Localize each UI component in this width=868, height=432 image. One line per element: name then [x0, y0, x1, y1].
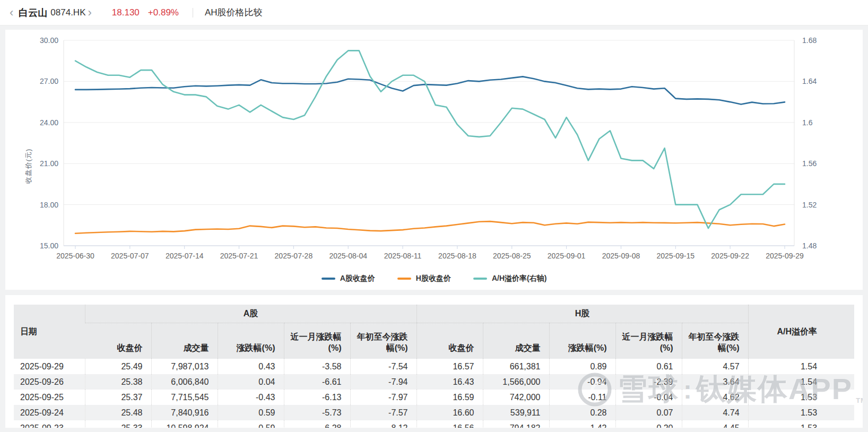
value-cell: -0.43 [218, 390, 284, 405]
value-cell: 7,715,545 [151, 390, 218, 405]
value-cell: 16.60 [416, 405, 483, 420]
value-cell: 16.59 [416, 390, 483, 405]
premium-line-swatch [473, 278, 487, 280]
svg-text:2025-09-29: 2025-09-29 [766, 252, 804, 260]
date-cell: 2025-09-25 [14, 390, 85, 405]
value-cell: 25.49 [85, 359, 151, 374]
premium-cell: 1.54 [748, 374, 854, 390]
svg-text:2025-09-01: 2025-09-01 [548, 252, 586, 260]
value-cell: 0.59 [218, 405, 284, 420]
value-cell: 6,006,840 [151, 374, 218, 390]
value-cell: -7.94 [350, 374, 416, 390]
forward-chevron-icon[interactable]: › [86, 7, 94, 19]
value-cell: 742,000 [483, 390, 549, 405]
value-cell: 4.62 [682, 390, 748, 405]
svg-text:27.00: 27.00 [40, 77, 58, 85]
stock-code: 0874.HK [50, 7, 85, 18]
column-header-a-ytd-change: 年初至今涨跌幅(%) [350, 323, 416, 359]
value-cell: 16.56 [416, 420, 483, 428]
value-cell: -0.04 [615, 390, 682, 405]
ah-compare-table-panel: 日期 A股 H股 A/H溢价率 收盘价 成交量 涨跌幅(%) 近一月涨跌幅(%)… [5, 295, 863, 428]
value-cell: -6.13 [284, 390, 350, 405]
premium-cell: 1.53 [748, 390, 854, 405]
svg-text:2025-08-11: 2025-08-11 [384, 252, 422, 260]
value-cell: 661,381 [483, 359, 549, 374]
divider [193, 8, 193, 18]
column-header-h-change: 涨跌幅(%) [549, 323, 615, 359]
svg-text:2025-07-14: 2025-07-14 [166, 252, 204, 260]
date-cell: 2025-09-24 [14, 405, 85, 420]
svg-text:2025-06-30: 2025-06-30 [56, 252, 94, 260]
value-cell: -6.61 [284, 374, 350, 390]
svg-text:1.6: 1.6 [802, 118, 813, 127]
value-cell: -1.42 [549, 420, 615, 428]
value-cell: 0.28 [549, 405, 615, 420]
svg-text:2025-07-07: 2025-07-07 [111, 252, 149, 260]
svg-text:18.00: 18.00 [40, 201, 58, 209]
value-cell: -0.20 [615, 420, 682, 428]
svg-text:2025-07-21: 2025-07-21 [220, 252, 258, 260]
date-cell: 2025-09-29 [14, 359, 85, 374]
value-cell: 1,566,000 [483, 374, 549, 390]
svg-text:2025-08-04: 2025-08-04 [329, 252, 367, 260]
svg-text:2025-08-25: 2025-08-25 [493, 252, 531, 260]
chart-legend: A股收盘价 H股收盘价 A/H溢价率(右轴) [5, 274, 863, 283]
value-cell: 16.43 [416, 374, 483, 390]
value-cell: 4.74 [682, 405, 748, 420]
premium-cell: 1.54 [748, 359, 854, 374]
column-header-a-volume: 成交量 [151, 323, 218, 359]
value-cell: 16.57 [416, 359, 483, 374]
value-cell: 4.57 [682, 359, 748, 374]
value-cell: -2.39 [615, 374, 682, 390]
value-cell: 0.89 [549, 359, 615, 374]
table-row: 2025-09-2325.3310,598,924-0.59-6.28-8.12… [14, 420, 854, 428]
value-cell: -5.73 [284, 405, 350, 420]
table-row: 2025-09-2925.497,987,0130.43-3.58-7.5416… [14, 359, 854, 374]
ah-price-chart-panel: 收盘价(元) 30.001.6827.001.6424.001.621.001.… [5, 30, 863, 290]
legend-item-h-share[interactable]: H股收盘价 [397, 274, 451, 283]
price-comparison-chart[interactable]: 30.001.6827.001.6424.001.621.001.5618.00… [5, 30, 863, 265]
value-cell: -7.97 [350, 390, 416, 405]
legend-item-a-share[interactable]: A股收盘价 [322, 274, 375, 283]
svg-text:15.00: 15.00 [40, 241, 58, 250]
column-header-date: 日期 [14, 305, 85, 359]
legend-item-premium[interactable]: A/H溢价率(右轴) [473, 274, 546, 283]
value-cell: 0.07 [615, 405, 682, 420]
value-cell: -0.11 [549, 390, 615, 405]
value-cell: 0.04 [218, 374, 284, 390]
svg-text:24.00: 24.00 [40, 118, 58, 127]
column-header-h-volume: 成交量 [483, 323, 549, 359]
value-cell: -0.59 [218, 420, 284, 428]
column-header-premium: A/H溢价率 [748, 305, 854, 359]
stock-name: 白云山 [19, 6, 47, 19]
column-header-a-month-change: 近一月涨跌幅(%) [284, 323, 350, 359]
value-cell: -3.58 [284, 359, 350, 374]
svg-text:1.68: 1.68 [802, 36, 817, 45]
premium-cell: 1.53 [748, 420, 854, 428]
value-cell: 7,840,916 [151, 405, 218, 420]
value-cell: 539,911 [483, 405, 549, 420]
svg-text:1.52: 1.52 [802, 201, 817, 209]
stock-change-percent: +0.89% [148, 7, 179, 18]
back-chevron-icon[interactable]: ‹ [7, 7, 15, 19]
title-bar: ‹ 白云山 0874.HK › 18.130 +0.89% AH股价格比较 [0, 0, 868, 25]
value-cell: -6.28 [284, 420, 350, 428]
svg-text:2025-07-28: 2025-07-28 [275, 252, 313, 260]
column-header-h-close: 收盘价 [416, 323, 483, 359]
ah-compare-table: 日期 A股 H股 A/H溢价率 收盘价 成交量 涨跌幅(%) 近一月涨跌幅(%)… [14, 305, 854, 428]
value-cell: 4.45 [682, 420, 748, 428]
column-header-h-month-change: 近一月涨跌幅(%) [615, 323, 682, 359]
svg-text:1.64: 1.64 [802, 77, 817, 85]
column-header-h-ytd-change: 年初至今涨跌幅(%) [682, 323, 748, 359]
group-header-a-share: A股 [85, 305, 416, 323]
premium-cell: 1.53 [748, 405, 854, 420]
value-cell: 7,987,013 [151, 359, 218, 374]
svg-text:30.00: 30.00 [40, 36, 58, 45]
svg-text:21.00: 21.00 [40, 159, 58, 168]
svg-text:2025-08-18: 2025-08-18 [438, 252, 476, 260]
group-header-h-share: H股 [416, 305, 748, 323]
value-cell: 25.48 [85, 405, 151, 420]
a-share-line-swatch [322, 278, 335, 280]
watermark-small-text: TMTPOST [856, 396, 863, 404]
svg-text:1.56: 1.56 [802, 159, 817, 168]
